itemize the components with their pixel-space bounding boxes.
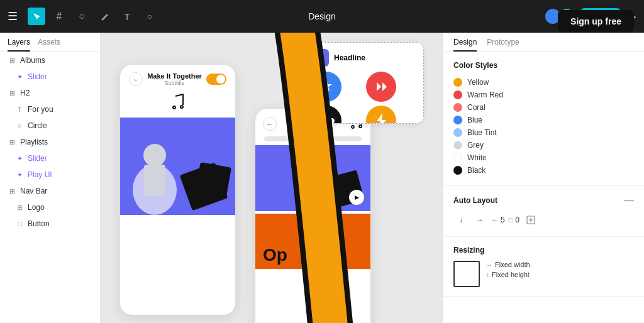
- badge-dark-new: NEW!: [311, 106, 341, 124]
- al-right-icon: →: [472, 212, 487, 227]
- toggle-phone1[interactable]: [206, 74, 226, 85]
- float-card: Headline NEW!: [304, 42, 424, 124]
- color-white[interactable]: White: [453, 151, 634, 164]
- badge-blue-star: [311, 72, 341, 102]
- color-bluetint[interactable]: Blue Tint: [453, 126, 634, 139]
- resizing-section: Resizing ↔ Fixed width ↕ Fixed height: [443, 237, 644, 297]
- color-name-bluetint: Blue Tint: [467, 128, 497, 137]
- svg-rect-3: [144, 165, 165, 196]
- tab-design[interactable]: Design: [453, 38, 477, 52]
- layer-h2[interactable]: ⊞ H2: [0, 85, 100, 101]
- layer-label-h2: H2: [20, 89, 30, 97]
- color-dot-warmred: [453, 90, 462, 99]
- resize-fixed-height-label: Fixed height: [492, 271, 530, 278]
- auto-layout-title: Auto Layout: [453, 196, 497, 205]
- layer-label-albums: Albums: [20, 56, 45, 65]
- al-padding-group: □ 0: [509, 216, 519, 224]
- tool-text[interactable]: T: [118, 8, 136, 25]
- badge-grid: NEW!: [311, 72, 417, 124]
- layer-label-slider1: Slider: [28, 72, 47, 81]
- phone2-image1: ▶: [255, 145, 370, 211]
- al-padding-icon: □: [509, 216, 513, 224]
- layer-foryou[interactable]: T For you: [0, 101, 100, 118]
- sidebar: Layers Assets ⊞ Albums ✦ Slider ⊞ H2 T F…: [0, 33, 101, 323]
- phone1-title-text: Make It Together: [147, 72, 202, 80]
- color-grey[interactable]: Grey: [453, 139, 634, 151]
- color-dot-yellow: [453, 78, 462, 87]
- phone1-header: ← Make It Together Subtitile: [120, 65, 235, 91]
- layer-label-playlists: Playlists: [20, 138, 48, 146]
- tab-prototype[interactable]: Prototype: [487, 38, 519, 52]
- layer-playlists[interactable]: ⊞ Playlists: [0, 134, 100, 150]
- color-dot-blue: [453, 116, 462, 124]
- color-warmred[interactable]: Warm Red: [453, 89, 634, 101]
- auto-layout-minus[interactable]: —: [624, 195, 634, 206]
- layer-button[interactable]: □ Button: [0, 216, 100, 232]
- color-yellow[interactable]: Yellow: [453, 76, 634, 89]
- al-padding-value[interactable]: 0: [515, 216, 519, 224]
- layer-circle[interactable]: ○ Circle: [0, 118, 100, 134]
- color-name-blue: Blue: [467, 116, 482, 124]
- frame-icon-navbar: ⊞: [8, 187, 16, 195]
- resize-width-icon: ↔: [486, 261, 492, 268]
- color-black[interactable]: Black: [453, 164, 634, 177]
- frame-icon-playlists: ⊞: [8, 138, 16, 146]
- sidebar-tabs: Layers Assets: [0, 33, 100, 52]
- tool-comment[interactable]: ○: [141, 8, 158, 25]
- phone2-text-art: Op: [263, 246, 287, 264]
- frame-icon-h2: ⊞: [8, 89, 16, 97]
- component-icon-slider2: ✦: [15, 155, 24, 163]
- layer-albums[interactable]: ⊞ Albums: [0, 52, 100, 68]
- toolbar-center: Design: [308, 11, 336, 21]
- resize-fixed-width-label: Fixed width: [495, 261, 530, 268]
- al-spacing-icon: ↔: [491, 216, 498, 224]
- color-dot-bluetint: [453, 128, 462, 137]
- tab-layers[interactable]: Layers: [8, 38, 30, 52]
- color-dot-coral: [453, 103, 462, 112]
- layer-label-navbar: Nav Bar: [20, 187, 47, 195]
- tool-select[interactable]: [28, 8, 45, 25]
- back-button-phone1[interactable]: ←: [129, 72, 143, 86]
- layer-navbar[interactable]: ⊞ Nav Bar: [0, 183, 100, 199]
- phone2-bar: [264, 136, 362, 141]
- al-spacing-group: ↔ 5: [491, 216, 505, 224]
- phone2-image2: Op: [255, 214, 370, 269]
- color-dot-white: [453, 153, 462, 162]
- layer-logo[interactable]: ⊞ Logo: [0, 199, 100, 216]
- phone1-cover-image: [120, 118, 235, 215]
- tool-shape[interactable]: ○: [73, 8, 91, 25]
- layer-slider-2[interactable]: ✦ Slider: [0, 150, 100, 167]
- resize-height-icon: ↕: [486, 271, 489, 278]
- al-spacing-value[interactable]: 5: [501, 216, 505, 224]
- auto-layout-controls: ↓ → ↔ 5 □ 0: [453, 212, 634, 227]
- layer-label-slider2: Slider: [28, 154, 47, 163]
- tab-assets[interactable]: Assets: [38, 38, 60, 52]
- resize-fixed-width: ↔ Fixed width: [486, 261, 530, 268]
- auto-layout-section: Auto Layout — ↓ → ↔ 5 □ 0: [443, 186, 644, 237]
- phone1-shape2: [195, 162, 231, 199]
- layer-playui[interactable]: ✦ Play UI: [0, 167, 100, 183]
- svg-point-4: [317, 55, 323, 61]
- color-styles-title: Color Styles: [453, 61, 497, 70]
- phone2-play-btn[interactable]: ▶: [349, 190, 364, 205]
- menu-icon[interactable]: ☰: [8, 9, 18, 23]
- color-coral[interactable]: Coral: [453, 101, 634, 114]
- al-clip-icon: [523, 212, 538, 227]
- resize-box-preview: [453, 261, 480, 287]
- phone-mockup-2: ← ▶ Op: [255, 108, 371, 323]
- toolbar: ☰ # ○ T ○ Design Share ▶: [0, 0, 644, 33]
- layer-slider-1[interactable]: ✦ Slider: [0, 68, 100, 85]
- tool-pen[interactable]: [96, 8, 113, 25]
- float-card-title: Headline: [334, 53, 365, 62]
- color-list: Yellow Warm Red Coral Blue Blue Tint Gre…: [453, 76, 634, 177]
- toolbar-left: ☰ # ○ T ○: [8, 8, 158, 25]
- tool-frame[interactable]: #: [50, 8, 68, 25]
- frame-icon-albums: ⊞: [8, 57, 16, 65]
- color-blue[interactable]: Blue: [453, 114, 634, 126]
- color-styles-section: Color Styles Yellow Warm Red Coral Blue …: [443, 52, 644, 186]
- signup-button[interactable]: Sign up free: [558, 10, 634, 33]
- back-button-phone2[interactable]: ←: [263, 117, 277, 131]
- new-badge-text: NEW!: [318, 118, 335, 124]
- phone1-music-icon: [120, 91, 235, 118]
- float-card-icon: [311, 49, 329, 67]
